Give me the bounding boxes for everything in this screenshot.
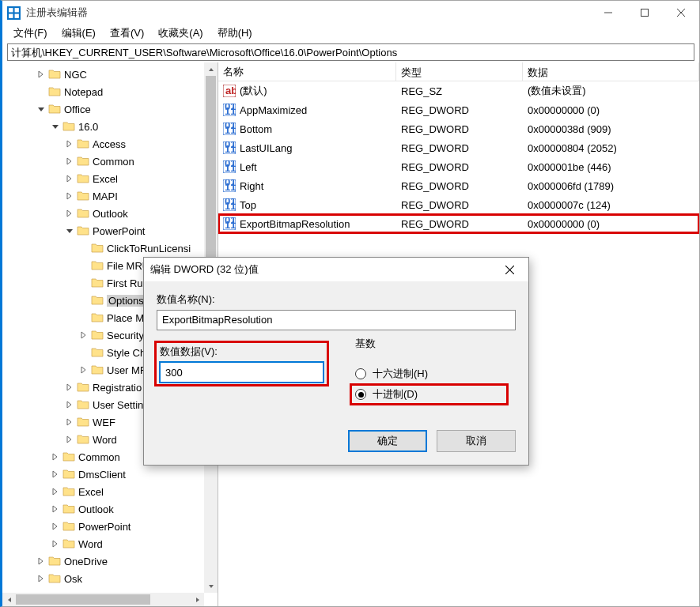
tree-label: Common	[78, 451, 120, 463]
scroll-right-icon[interactable]	[191, 593, 204, 606]
ok-button[interactable]: 确定	[348, 430, 427, 452]
folder-icon	[77, 398, 93, 412]
value-row[interactable]: LeftREG_DWORD0x000001be (446)	[218, 157, 699, 176]
tree-label: MAPI	[93, 190, 118, 202]
hscroll-thumb[interactable]	[16, 594, 150, 605]
value-row[interactable]: TopREG_DWORD0x0000007c (124)	[218, 195, 699, 214]
value-name-input[interactable]: ExportBitmapResolution	[157, 310, 516, 330]
tree-label: Security	[107, 330, 144, 341]
menu-favorites[interactable]: 收藏夹(A)	[152, 25, 209, 42]
caret-closed-icon[interactable]	[36, 556, 47, 567]
scroll-left-icon[interactable]	[2, 593, 16, 606]
caret-closed-icon[interactable]	[78, 330, 89, 341]
col-type[interactable]: 类型	[396, 62, 523, 81]
menu-help[interactable]: 帮助(H)	[211, 25, 259, 42]
caret-closed-icon[interactable]	[64, 399, 75, 410]
radio-icon	[355, 389, 366, 400]
tree-label: Style Ch	[107, 347, 146, 359]
folder-icon	[91, 259, 107, 273]
caret-closed-icon[interactable]	[64, 138, 75, 149]
caret-closed-icon[interactable]	[64, 156, 75, 167]
tree-item[interactable]: PowerPoint	[2, 222, 218, 239]
col-data[interactable]: 数据	[523, 62, 699, 81]
folder-icon	[91, 277, 107, 290]
caret-closed-icon[interactable]	[50, 538, 61, 549]
tree-item[interactable]: OneDrive	[2, 552, 218, 570]
value-row[interactable]: BottomREG_DWORD0x0000038d (909)	[218, 119, 699, 138]
caret-closed-icon[interactable]	[50, 469, 61, 480]
tree-item[interactable]: ClickToRunLicensi	[2, 239, 218, 257]
tree-item[interactable]: PowerPoint	[2, 518, 218, 535]
tree-hscroll[interactable]	[2, 593, 204, 606]
caret-open-icon[interactable]	[50, 121, 61, 132]
menu-edit[interactable]: 编辑(E)	[55, 25, 102, 42]
tree-item[interactable]: 16.0	[2, 118, 218, 135]
tree-item[interactable]: Excel	[2, 170, 218, 187]
tree-item[interactable]: DmsClient	[2, 466, 218, 483]
value-data: 0x00000000 (0)	[523, 103, 699, 118]
caret-closed-icon[interactable]	[36, 69, 47, 80]
caret-closed-icon[interactable]	[64, 173, 75, 184]
tree-label: Outlook	[93, 208, 128, 220]
caret-closed-icon[interactable]	[64, 208, 75, 219]
radio-dec-label: 十进制(D)	[373, 387, 418, 402]
menu-view[interactable]: 查看(V)	[104, 25, 150, 42]
tree-label: Office	[64, 104, 91, 115]
tree-item[interactable]: Excel	[2, 483, 218, 500]
col-name[interactable]: 名称	[218, 62, 396, 81]
caret-closed-icon[interactable]	[50, 451, 61, 462]
value-data-input[interactable]	[160, 362, 324, 383]
caret-closed-icon[interactable]	[64, 417, 75, 428]
address-bar[interactable]: 计算机\HKEY_CURRENT_USER\Software\Microsoft…	[7, 43, 694, 61]
caret-closed-icon[interactable]	[64, 382, 75, 393]
caret-open-icon[interactable]	[36, 104, 47, 115]
folder-icon	[62, 485, 78, 499]
tree-label: Notepad	[64, 86, 103, 98]
reg-sz-icon	[223, 85, 236, 97]
cancel-button[interactable]: 取消	[437, 430, 516, 452]
menu-file[interactable]: 文件(F)	[7, 25, 54, 42]
value-row[interactable]: RightREG_DWORD0x000006fd (1789)	[218, 176, 699, 195]
caret-closed-icon[interactable]	[36, 573, 47, 584]
folder-icon	[91, 242, 107, 255]
caret-closed-icon[interactable]	[50, 503, 61, 515]
caret-closed-icon[interactable]	[64, 434, 75, 445]
tree-item[interactable]: Office	[2, 100, 218, 118]
caret-closed-icon[interactable]	[50, 486, 61, 497]
caret-open-icon[interactable]	[64, 225, 75, 236]
radio-hex-label: 十六进制(H)	[373, 367, 428, 381]
minimize-button[interactable]	[590, 1, 626, 25]
value-row[interactable]: AppMaximizedREG_DWORD0x00000000 (0)	[218, 100, 699, 119]
tree-label: WEF	[93, 417, 115, 428]
window-title: 注册表编辑器	[26, 6, 590, 20]
tree-item[interactable]: Osk	[2, 570, 218, 587]
value-name: LastUILang	[240, 142, 293, 154]
radio-dec[interactable]: 十进制(D)	[352, 386, 506, 403]
tree-item[interactable]: NGC	[2, 66, 218, 83]
tree-item[interactable]: Outlook	[2, 205, 218, 222]
tree-item[interactable]: Common	[2, 153, 218, 170]
caret-closed-icon[interactable]	[78, 364, 89, 375]
tree-item[interactable]: Word	[2, 535, 218, 552]
caret-closed-icon[interactable]	[64, 190, 75, 202]
caret-closed-icon[interactable]	[50, 521, 61, 532]
tree-item[interactable]: MAPI	[2, 187, 218, 205]
reg-dword-icon	[223, 104, 236, 116]
tree-item[interactable]: Outlook	[2, 500, 218, 518]
dialog-close-button[interactable]	[497, 260, 522, 279]
folder-icon	[48, 68, 64, 81]
tree-item[interactable]: Access	[2, 135, 218, 153]
dialog-titlebar[interactable]: 编辑 DWORD (32 位)值	[144, 258, 528, 281]
value-row[interactable]: (默认)REG_SZ(数值未设置)	[218, 81, 699, 100]
tree-item[interactable]: Notepad	[2, 83, 218, 100]
scroll-up-icon[interactable]	[204, 62, 218, 76]
close-button[interactable]	[663, 1, 699, 25]
value-row[interactable]: LastUILangREG_DWORD0x00000804 (2052)	[218, 138, 699, 157]
scroll-down-icon[interactable]	[204, 579, 218, 593]
scroll-thumb[interactable]	[206, 76, 216, 258]
folder-icon	[62, 451, 78, 464]
maximize-button[interactable]	[626, 1, 663, 25]
value-row[interactable]: ExportBitmapResolutionREG_DWORD0x0000000…	[218, 214, 699, 233]
radio-hex[interactable]: 十六进制(H)	[352, 365, 506, 383]
reg-dword-icon	[223, 160, 236, 173]
